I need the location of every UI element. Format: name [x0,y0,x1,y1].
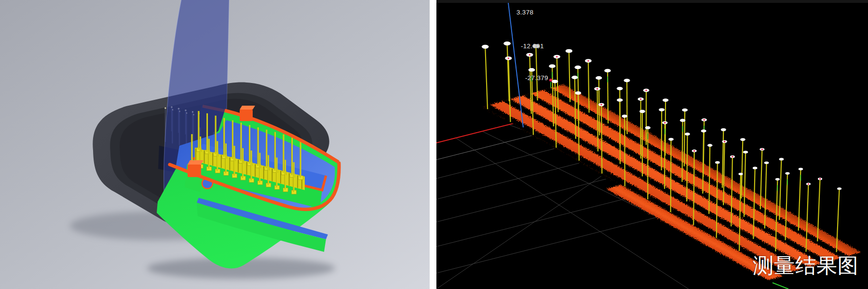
z-tick-label-top: 3.378 [516,9,533,16]
z-tick-label-mid: -12.001 [521,42,544,50]
measurement-figure: 3.378 -12.001 -27.379 测量结果图 [0,0,868,289]
result-caption: 测量结果图 [753,252,859,280]
viewport-top-strip [436,0,868,3]
z-tick-label-low: -27.379 [525,74,548,82]
panel-divider [430,0,436,289]
cad-render-panel [0,0,430,289]
cad-render-illustration [0,0,430,289]
measurement-viewport[interactable]: 3.378 -12.001 -27.379 测量结果图 [436,0,868,289]
point-cloud-scene [436,0,868,289]
